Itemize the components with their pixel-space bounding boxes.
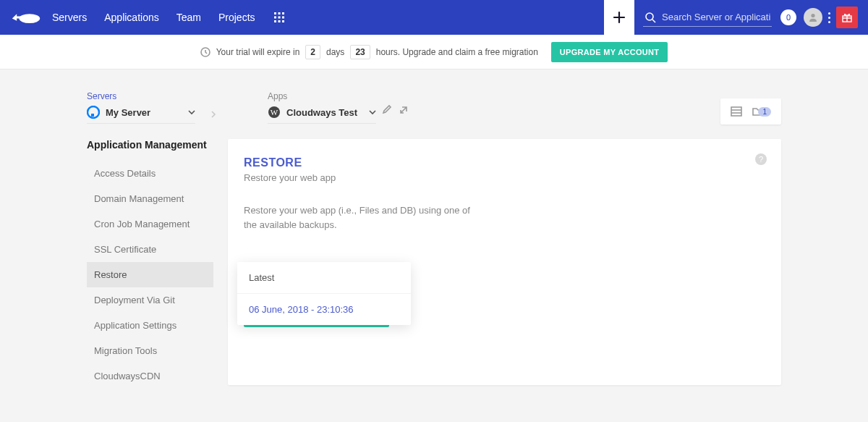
svg-line-11	[652, 20, 655, 22]
digitalocean-icon	[87, 106, 100, 119]
sidebar-title: Application Management	[87, 139, 213, 151]
add-button[interactable]	[604, 0, 634, 35]
restore-description: Restore your web app (i.e., Files and DB…	[244, 203, 475, 232]
sidebar-item-migration-tools[interactable]: Migration Tools	[87, 338, 213, 363]
sidebar-item-restore[interactable]: Restore	[87, 262, 213, 287]
trial-days: 2	[305, 45, 320, 59]
trial-banner: Your trial will expire in 2 days 23 hour…	[0, 35, 868, 69]
svg-text:W: W	[271, 108, 278, 117]
backup-option-timestamp[interactable]: 06 June, 2018 - 23:10:36	[237, 293, 411, 325]
svg-rect-3	[282, 12, 284, 14]
gift-icon[interactable]	[836, 7, 858, 28]
help-icon[interactable]: ?	[755, 153, 767, 165]
user-avatar[interactable]	[804, 8, 822, 27]
app-name: Cloudways Test	[286, 107, 357, 118]
list-view-icon[interactable]	[731, 106, 742, 117]
server-selector[interactable]: Servers My Server	[87, 91, 195, 124]
notification-count[interactable]: 0	[780, 9, 796, 25]
trial-hours: 23	[350, 45, 370, 59]
search-box[interactable]	[643, 9, 772, 27]
breadcrumb-bar: Servers My Server Apps W Cloudways Test …	[0, 69, 868, 125]
brand-logo[interactable]	[0, 9, 52, 25]
nav-applications[interactable]: Applications	[104, 12, 159, 23]
restore-subtitle: Restore your web app	[244, 172, 765, 183]
svg-rect-21	[731, 107, 741, 116]
trial-days-label: days	[326, 47, 344, 57]
view-toolbar: 1	[720, 98, 781, 125]
user-icon	[808, 12, 818, 22]
backup-dropdown[interactable]: Latest 06 June, 2018 - 23:10:36	[237, 262, 411, 325]
clock-icon	[200, 47, 210, 57]
restore-title: RESTORE	[244, 156, 765, 169]
sidebar-item-cron-job[interactable]: Cron Job Management	[87, 211, 213, 237]
svg-rect-7	[274, 20, 276, 22]
svg-rect-9	[282, 20, 284, 22]
search-input[interactable]	[662, 12, 770, 22]
svg-rect-6	[282, 17, 284, 19]
sidebar-item-ssl[interactable]: SSL Certificate	[87, 237, 213, 262]
apps-label: Apps	[268, 91, 376, 101]
sidebar-item-app-settings[interactable]: Application Settings	[87, 313, 213, 338]
wordpress-icon: W	[268, 106, 281, 119]
sidebar: Application Management Access Details Do…	[87, 139, 213, 389]
sidebar-item-access-details[interactable]: Access Details	[87, 161, 213, 186]
svg-point-12	[811, 14, 814, 17]
svg-rect-2	[278, 12, 280, 14]
svg-point-0	[19, 14, 40, 23]
chevron-down-icon[interactable]	[188, 109, 195, 116]
backup-option-latest[interactable]: Latest	[237, 262, 411, 293]
nav-team[interactable]: Team	[176, 12, 201, 23]
external-link-icon[interactable]	[399, 104, 409, 114]
search-icon	[644, 12, 656, 23]
nav-projects[interactable]: Projects	[218, 12, 255, 23]
sidebar-item-domain-management[interactable]: Domain Management	[87, 186, 213, 211]
svg-rect-18	[91, 114, 94, 117]
chevron-right-icon	[210, 111, 217, 118]
folder-count-badge: 1	[758, 107, 771, 117]
apps-grid-icon[interactable]	[274, 12, 284, 22]
servers-label: Servers	[87, 91, 195, 101]
svg-rect-8	[278, 20, 280, 22]
chevron-down-icon[interactable]	[369, 109, 376, 116]
more-menu-icon[interactable]	[828, 12, 830, 23]
svg-rect-4	[274, 17, 276, 19]
upgrade-account-button[interactable]: UPGRADE MY ACCOUNT	[551, 42, 668, 62]
edit-icon[interactable]	[382, 104, 392, 114]
svg-rect-5	[278, 17, 280, 19]
svg-point-10	[646, 13, 653, 20]
svg-rect-1	[274, 12, 276, 14]
nav-servers[interactable]: Servers	[52, 12, 87, 23]
sidebar-item-deploy-git[interactable]: Deployment Via Git	[87, 287, 213, 313]
server-name: My Server	[106, 107, 150, 118]
app-selector[interactable]: Apps W Cloudways Test	[268, 91, 376, 124]
top-nav: Servers Applications Team Projects 0	[0, 0, 868, 35]
trial-prefix: Your trial will expire in	[216, 47, 300, 57]
nav-links: Servers Applications Team Projects	[52, 12, 255, 23]
sidebar-item-cdn[interactable]: CloudwaysCDN	[87, 363, 213, 389]
trial-hours-label: hours. Upgrade and claim a free migratio…	[376, 47, 538, 57]
